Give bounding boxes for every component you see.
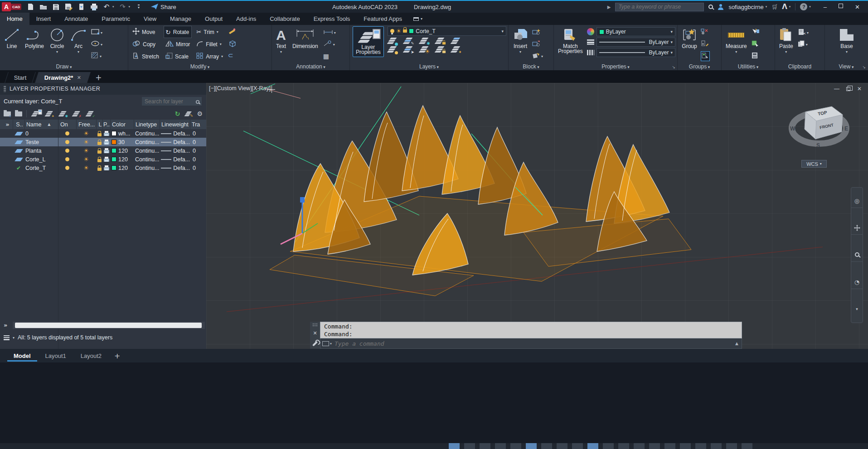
- lock-icon[interactable]: [97, 133, 102, 136]
- help-icon[interactable]: ?: [800, 3, 807, 10]
- on-bulb-icon[interactable]: [65, 131, 69, 135]
- dim-linear-dropdown-icon[interactable]: ▾: [334, 31, 336, 34]
- tab-home[interactable]: Home: [0, 13, 29, 25]
- search-icon[interactable]: [708, 5, 713, 9]
- command-recent-icon[interactable]: [322, 341, 329, 346]
- panel-label-block[interactable]: Block: [509, 63, 553, 70]
- plot-icon[interactable]: [104, 150, 109, 153]
- edit-attributes-icon[interactable]: [532, 52, 540, 61]
- redo-dropdown-icon[interactable]: ▾: [129, 5, 131, 9]
- username[interactable]: sofiaggbcirne: [728, 4, 763, 10]
- panel-label-utilities[interactable]: Utilities: [722, 63, 775, 70]
- scrollbar-thumb[interactable]: [15, 323, 202, 328]
- leader-dropdown-icon[interactable]: ▾: [333, 43, 335, 46]
- panel-label-view[interactable]: View↘: [825, 63, 868, 70]
- help-dropdown-icon[interactable]: ▾: [809, 5, 811, 9]
- arc-button[interactable]: Arc ▾: [69, 26, 88, 61]
- fillet-dropdown-icon[interactable]: ▾: [220, 43, 222, 46]
- plot-icon[interactable]: [104, 159, 109, 162]
- line-button[interactable]: Line: [3, 26, 21, 61]
- refresh-icon[interactable]: [175, 110, 180, 117]
- attributes-dropdown-icon[interactable]: ▾: [541, 55, 543, 58]
- viewport-controls-label[interactable]: [−][Custom View][X-Ray]: [209, 85, 271, 92]
- table-icon[interactable]: ▦: [323, 53, 329, 60]
- circle-button[interactable]: Circle ▾: [48, 26, 66, 61]
- color-wheel-icon[interactable]: [587, 28, 594, 35]
- close-button[interactable]: ✕: [855, 4, 860, 10]
- print-icon[interactable]: [90, 3, 98, 11]
- tab-collaborate[interactable]: Collaborate: [263, 13, 307, 25]
- layer-lock-icon[interactable]: [435, 38, 445, 44]
- cut-icon[interactable]: ✂: [798, 29, 806, 37]
- layer-search-icon[interactable]: [195, 99, 200, 106]
- mirror-button[interactable]: Mirror: [164, 39, 191, 50]
- match-properties-button[interactable]: Match Properties: [557, 26, 584, 57]
- lineweight-combobox[interactable]: ByLayer ▾: [596, 38, 675, 47]
- horizontal-scrollbar[interactable]: [13, 322, 205, 329]
- tab-annotate[interactable]: Annotate: [58, 13, 95, 25]
- base-button[interactable]: Base ▾: [828, 26, 866, 54]
- dim-linear-icon[interactable]: [323, 29, 333, 37]
- copy-button[interactable]: Copy: [131, 39, 160, 50]
- lock-icon[interactable]: [97, 168, 102, 171]
- new-frozen-layer-icon[interactable]: ✱: [59, 111, 67, 117]
- search-collapse-icon[interactable]: ▶: [607, 5, 611, 10]
- qat-customize-icon[interactable]: ▾: [135, 3, 143, 11]
- plot-icon[interactable]: [104, 167, 109, 170]
- pan-icon[interactable]: [851, 221, 863, 235]
- color-swatch[interactable]: [112, 140, 116, 145]
- settings-gear-icon[interactable]: [197, 110, 203, 117]
- layer-make-current-icon[interactable]: ➤: [403, 46, 413, 53]
- color-swatch[interactable]: [112, 131, 116, 136]
- keyword-search-input[interactable]: [615, 3, 704, 11]
- layer-row-corte-t-current[interactable]: Corte_T 120 Continu... Defa... 0: [0, 164, 206, 172]
- tab-parametric[interactable]: Parametric: [95, 13, 137, 25]
- on-bulb-icon[interactable]: [65, 149, 69, 153]
- leader-icon[interactable]: [323, 40, 332, 48]
- tab-insert[interactable]: Insert: [29, 13, 58, 25]
- group-edit-icon[interactable]: [701, 40, 708, 48]
- linetype-icon[interactable]: [587, 50, 594, 55]
- file-tab-start[interactable]: Start: [5, 72, 36, 83]
- maximize-button[interactable]: [839, 4, 843, 8]
- zoom-icon[interactable]: [851, 248, 863, 262]
- stretch-button[interactable]: Stretch: [131, 51, 160, 62]
- close-tab-icon[interactable]: ✕: [77, 75, 81, 81]
- create-block-icon[interactable]: [532, 29, 540, 37]
- trim-button[interactable]: ✂Trim▾: [195, 26, 224, 38]
- undo-dropdown-icon[interactable]: ▾: [112, 5, 114, 9]
- fillet-button[interactable]: Fillet▾: [195, 39, 224, 50]
- tab-layout1[interactable]: Layout1: [39, 350, 73, 362]
- base-dropdown-icon[interactable]: ▾: [846, 50, 848, 53]
- on-bulb-icon[interactable]: [65, 140, 69, 144]
- tab-layout2[interactable]: Layout2: [74, 350, 108, 362]
- cart-icon[interactable]: 🛒︎: [771, 4, 777, 10]
- redo-icon[interactable]: ↷: [119, 3, 127, 11]
- lock-icon[interactable]: [97, 159, 102, 162]
- palette-title-bar[interactable]: LAYER PROPERTIES MANAGER: [0, 83, 206, 95]
- command-input[interactable]: [332, 340, 735, 347]
- col-name[interactable]: Name▲: [24, 120, 58, 129]
- panel-label-properties[interactable]: Properties↘: [554, 63, 677, 70]
- 3d-box-icon[interactable]: [228, 40, 236, 49]
- freeze-sun-icon[interactable]: [83, 164, 89, 171]
- ellipse-icon[interactable]: [91, 40, 100, 48]
- array-button[interactable]: Array▾: [195, 51, 224, 62]
- col-on[interactable]: On: [58, 120, 76, 129]
- delete-layer-icon[interactable]: ✗: [73, 111, 81, 117]
- layer-edit-icon[interactable]: [185, 111, 192, 116]
- layer-row-0[interactable]: 0 wh... Continu... Defa... 0: [0, 129, 206, 138]
- command-history[interactable]: Command: Command:: [320, 322, 742, 338]
- lineweight-dropdown-icon[interactable]: ▾: [670, 40, 673, 44]
- layer-walk-icon[interactable]: ✦: [451, 46, 461, 53]
- navigation-bar[interactable]: ◎ ◔ ▾: [851, 187, 863, 323]
- erase-icon[interactable]: [228, 28, 236, 37]
- orbit-icon[interactable]: ◔: [851, 275, 863, 289]
- text-dropdown-icon[interactable]: ▾: [280, 50, 282, 53]
- tab-output[interactable]: Output: [198, 13, 229, 25]
- palette-grip-icon[interactable]: [4, 86, 6, 92]
- status-dropdown-icon[interactable]: ▾: [13, 336, 15, 340]
- quick-select-icon[interactable]: [752, 29, 760, 37]
- circle-dropdown-icon[interactable]: ▾: [56, 50, 58, 53]
- layer-off-icon[interactable]: [388, 38, 397, 44]
